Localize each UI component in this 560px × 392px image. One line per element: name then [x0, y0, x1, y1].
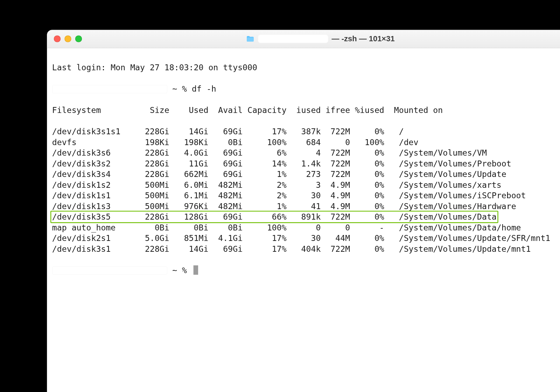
df-row: /dev/disk1s3 500Mi 976Ki 482Mi 1% 41 4.9…	[52, 201, 560, 212]
window-title: — -zsh — 101×31	[332, 35, 395, 43]
close-icon[interactable]	[54, 35, 61, 42]
minimize-icon[interactable]	[64, 35, 71, 42]
redacted-hostname	[52, 85, 167, 93]
folder-icon	[246, 35, 254, 42]
titlebar: — -zsh — 101×31	[47, 30, 560, 48]
redacted-hostname	[52, 266, 167, 275]
terminal-body[interactable]: Last login: Mon May 27 18:03:20 on ttys0…	[47, 48, 560, 302]
df-row: /dev/disk1s1 500Mi 6.1Mi 482Mi 2% 30 4.9…	[52, 190, 560, 201]
df-row: /dev/disk2s1 5.0Gi 851Mi 4.1Gi 17% 30 44…	[52, 233, 560, 244]
command-text: df -h	[192, 84, 216, 93]
cursor-icon	[194, 265, 198, 275]
df-row: map auto_home 0Bi 0Bi 0Bi 100% 0 0 - /Sy…	[52, 222, 560, 233]
df-row: /dev/disk3s1s1 228Gi 14Gi 69Gi 17% 387k …	[52, 126, 560, 137]
redacted-title-segment	[258, 35, 328, 43]
prompt-line-2[interactable]: ~ %	[52, 265, 560, 276]
df-header-row: Filesystem Size Used Avail Capacity iuse…	[52, 105, 560, 116]
prompt-line-1: ~ % df -h	[52, 84, 560, 94]
highlighted-row: /dev/disk3s5 228Gi 128Gi 69Gi 66% 891k 7…	[50, 211, 498, 223]
df-row: devfs 198Ki 198Ki 0Bi 100% 684 0 100% /d…	[52, 137, 560, 148]
maximize-icon[interactable]	[75, 35, 82, 42]
df-row: /dev/disk3s6 228Gi 4.0Gi 69Gi 6% 4 722M …	[52, 148, 560, 158]
df-row: /dev/disk3s2 228Gi 11Gi 69Gi 14% 1.4k 72…	[52, 158, 560, 169]
terminal-window: — -zsh — 101×31 Last login: Mon May 27 1…	[47, 30, 560, 392]
df-row: /dev/disk3s1 228Gi 14Gi 69Gi 17% 404k 72…	[52, 244, 560, 255]
window-controls	[54, 35, 82, 42]
df-row: /dev/disk1s2 500Mi 6.0Mi 482Mi 2% 3 4.9M…	[52, 180, 560, 191]
df-row: /dev/disk3s4 228Gi 662Mi 69Gi 1% 273 722…	[52, 169, 560, 179]
last-login-line: Last login: Mon May 27 18:03:20 on ttys0…	[52, 62, 560, 73]
df-row: /dev/disk3s5 228Gi 128Gi 69Gi 66% 891k 7…	[52, 212, 560, 222]
